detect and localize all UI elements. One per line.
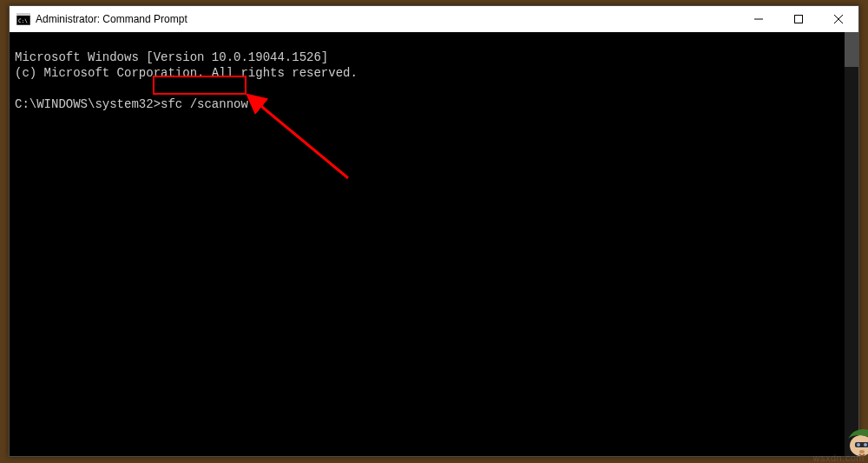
vertical-scrollbar[interactable] bbox=[845, 32, 858, 456]
scrollbar-thumb[interactable] bbox=[845, 32, 858, 67]
watermark-text: wsxdn.com bbox=[812, 453, 865, 463]
annotation-arrow bbox=[244, 91, 357, 187]
svg-rect-1 bbox=[16, 13, 30, 16]
svg-point-11 bbox=[857, 443, 860, 446]
minimize-button[interactable] bbox=[739, 6, 779, 32]
svg-line-8 bbox=[258, 103, 348, 178]
terminal-prompt: C:\WINDOWS\system32> bbox=[15, 97, 161, 111]
svg-rect-4 bbox=[795, 16, 803, 23]
window-controls bbox=[739, 6, 858, 32]
window-title: Administrator: Command Prompt bbox=[36, 13, 187, 25]
terminal-command: sfc /scannow bbox=[161, 97, 248, 111]
command-prompt-window: C:\ Administrator: Command Prompt Micros… bbox=[9, 5, 859, 457]
cmd-icon: C:\ bbox=[16, 13, 30, 25]
svg-point-12 bbox=[864, 443, 867, 446]
terminal-content[interactable]: Microsoft Windows [Version 10.0.19044.15… bbox=[10, 32, 858, 456]
svg-text:C:\: C:\ bbox=[18, 17, 28, 23]
maximize-button[interactable] bbox=[779, 6, 819, 32]
terminal-line-version: Microsoft Windows [Version 10.0.19044.15… bbox=[15, 50, 328, 64]
mascot-icon bbox=[799, 407, 836, 444]
close-button[interactable] bbox=[819, 6, 858, 32]
titlebar[interactable]: C:\ Administrator: Command Prompt bbox=[10, 6, 858, 32]
terminal-line-copyright: (c) Microsoft Corporation. All rights re… bbox=[15, 66, 358, 80]
